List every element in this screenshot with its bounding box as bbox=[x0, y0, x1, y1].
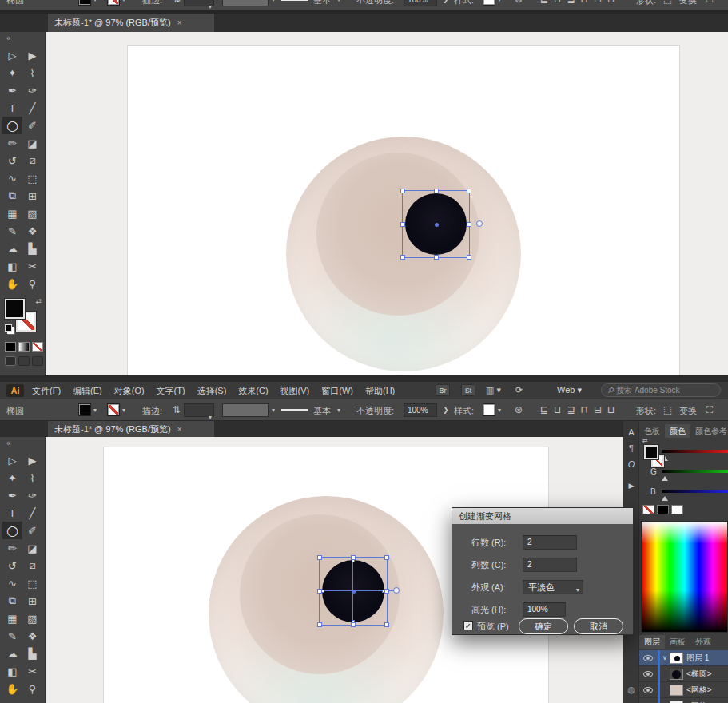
document-tab[interactable]: 未标题-1* @ 97% (RGB/预览) × bbox=[48, 421, 214, 437]
column-graph-tool[interactable]: ▙ bbox=[22, 645, 42, 662]
mesh-anchor-left[interactable] bbox=[321, 590, 324, 593]
opacity-value[interactable]: 100% bbox=[404, 0, 437, 6]
default-fill-stroke-icon[interactable] bbox=[5, 324, 12, 332]
rotate-handle-icon[interactable] bbox=[393, 587, 400, 594]
expand-chevron-icon[interactable]: ∨ bbox=[660, 654, 670, 661]
layer-name[interactable]: <网格> bbox=[686, 685, 712, 696]
shape-widget-icon[interactable]: ⬚ bbox=[663, 404, 672, 415]
menu-select[interactable]: 选择(S) bbox=[197, 385, 227, 397]
rotate-tool[interactable]: ↺ bbox=[2, 152, 22, 169]
swap-fill-stroke-icon[interactable]: ⇄ bbox=[35, 297, 42, 305]
constrain-icon[interactable]: ⛶ bbox=[706, 0, 713, 5]
direct-selection-tool[interactable]: ▶ bbox=[22, 451, 42, 469]
handle-w[interactable] bbox=[400, 222, 405, 227]
rows-input[interactable]: 2 bbox=[523, 535, 577, 550]
workspace-switcher[interactable]: Web ▾ bbox=[557, 385, 582, 395]
opentype-panel-icon[interactable]: O bbox=[623, 459, 639, 469]
tab-close-icon[interactable]: × bbox=[177, 18, 182, 27]
profile-dropdown-icon[interactable]: ▾ bbox=[272, 407, 275, 414]
perspective-grid-tool[interactable]: ⊞ bbox=[22, 592, 42, 610]
layer-name[interactable]: <椭圆> bbox=[686, 669, 712, 680]
green-slider[interactable] bbox=[662, 470, 728, 473]
zoom-tool[interactable]: ⚲ bbox=[22, 680, 42, 697]
pen-tool[interactable]: ✒ bbox=[2, 487, 22, 504]
transform-label[interactable]: 变换 bbox=[679, 405, 697, 417]
magic-wand-tool[interactable]: ✦ bbox=[2, 469, 22, 487]
color-spectrum[interactable] bbox=[641, 521, 728, 633]
hand-tool[interactable]: ✋ bbox=[2, 275, 22, 292]
opacity-value[interactable]: 100% bbox=[404, 403, 437, 417]
paintbrush-tool[interactable]: ✐ bbox=[22, 522, 42, 539]
layer-thumbnail[interactable] bbox=[670, 701, 683, 703]
stroke-stepper-icon[interactable]: ⇅ bbox=[173, 0, 181, 5]
column-graph-tool[interactable]: ▙ bbox=[22, 240, 42, 257]
actions-panel-icon[interactable]: ▶ bbox=[623, 482, 639, 490]
stroke-stepper-icon[interactable]: ⇅ bbox=[173, 404, 181, 415]
handle-ne[interactable] bbox=[384, 555, 389, 560]
slider-handle[interactable] bbox=[662, 496, 668, 501]
width-tool[interactable]: ∿ bbox=[2, 169, 22, 187]
style-swatch[interactable] bbox=[483, 403, 495, 416]
width-profile-select[interactable] bbox=[222, 0, 269, 6]
handle-n[interactable] bbox=[434, 189, 439, 193]
selection-bounding-box[interactable] bbox=[402, 190, 470, 258]
collapse-panel-icon[interactable]: « bbox=[6, 34, 11, 42]
character-panel-icon[interactable]: A bbox=[623, 427, 639, 437]
gradient-tool[interactable]: ▧ bbox=[22, 610, 42, 627]
line-segment-tool[interactable]: ╱ bbox=[22, 504, 42, 522]
handle-s[interactable] bbox=[434, 255, 439, 260]
selection-tool[interactable]: ▷ bbox=[2, 46, 22, 64]
menu-help[interactable]: 帮助(H) bbox=[365, 385, 395, 397]
handle-sw[interactable] bbox=[400, 255, 405, 260]
zoom-tool[interactable]: ⚲ bbox=[22, 275, 42, 292]
layer-row[interactable]: ∨ 图层 1 bbox=[639, 650, 728, 666]
brush-name[interactable]: 基本 bbox=[313, 405, 331, 417]
symbol-sprayer-tool[interactable]: ☁ bbox=[2, 645, 22, 662]
blend-tool[interactable]: ❖ bbox=[22, 222, 42, 240]
white-swatch[interactable] bbox=[671, 505, 683, 514]
type-tool[interactable]: T bbox=[2, 504, 22, 522]
width-profile-select[interactable] bbox=[222, 403, 269, 417]
normal-screen-mode-button[interactable] bbox=[5, 356, 16, 366]
opacity-expand-icon[interactable]: ❯ bbox=[443, 0, 449, 5]
tab-color[interactable]: 颜色 bbox=[665, 424, 690, 438]
transform-label[interactable]: 变换 bbox=[679, 0, 697, 6]
ellipse-tool[interactable]: ◯ bbox=[2, 522, 22, 539]
ok-button[interactable]: 确定 bbox=[519, 618, 568, 634]
align-icons[interactable]: ⊑⊔⊒⊓⊟⊔ bbox=[540, 404, 620, 415]
canvas-top[interactable] bbox=[46, 32, 728, 375]
shape-builder-tool[interactable]: ⧉ bbox=[2, 187, 22, 205]
layer-row[interactable]: <网格> bbox=[639, 698, 728, 703]
menu-file[interactable]: 文件(F) bbox=[32, 385, 61, 397]
tab-close-icon[interactable]: × bbox=[177, 425, 182, 434]
symbol-sprayer-tool[interactable]: ☁ bbox=[2, 240, 22, 257]
mesh-anchor-bottom[interactable] bbox=[352, 620, 355, 623]
document-setup-icon[interactable]: ⊛ bbox=[515, 0, 523, 5]
free-transform-tool[interactable]: ⬚ bbox=[22, 574, 42, 592]
fill-swatch[interactable] bbox=[5, 299, 25, 319]
fill-dropdown-icon[interactable]: ▾ bbox=[93, 0, 97, 3]
none-swatch[interactable] bbox=[642, 505, 654, 514]
mesh-tool[interactable]: ▦ bbox=[2, 610, 22, 627]
menu-edit[interactable]: 编辑(E) bbox=[73, 385, 102, 397]
tab-appearance[interactable]: 外观 bbox=[690, 635, 716, 649]
visibility-eye-icon[interactable] bbox=[643, 687, 653, 693]
menu-effect[interactable]: 效果(C) bbox=[238, 385, 268, 397]
eyedropper-tool[interactable]: ✎ bbox=[2, 222, 22, 240]
share-icon[interactable]: ⟳ bbox=[515, 385, 523, 395]
selection-bounding-box[interactable] bbox=[319, 557, 388, 626]
layer-thumbnail[interactable] bbox=[670, 685, 683, 696]
layer-thumbnail[interactable] bbox=[670, 653, 683, 664]
scale-tool[interactable]: ⧄ bbox=[22, 152, 42, 169]
red-slider[interactable] bbox=[662, 450, 728, 453]
rotate-tool[interactable]: ↺ bbox=[2, 557, 22, 574]
gradient-tool[interactable]: ▧ bbox=[22, 205, 42, 222]
opacity-expand-icon[interactable]: ❯ bbox=[443, 404, 449, 415]
scale-tool[interactable]: ⧄ bbox=[22, 557, 42, 574]
pencil-tool[interactable]: ✏ bbox=[2, 539, 22, 557]
shape-builder-tool[interactable]: ⧉ bbox=[2, 592, 22, 610]
color-mode-button[interactable] bbox=[5, 342, 16, 352]
fill-swatch[interactable] bbox=[644, 445, 658, 459]
slice-tool[interactable]: ✂ bbox=[22, 662, 42, 680]
menu-view[interactable]: 视图(V) bbox=[280, 385, 310, 397]
